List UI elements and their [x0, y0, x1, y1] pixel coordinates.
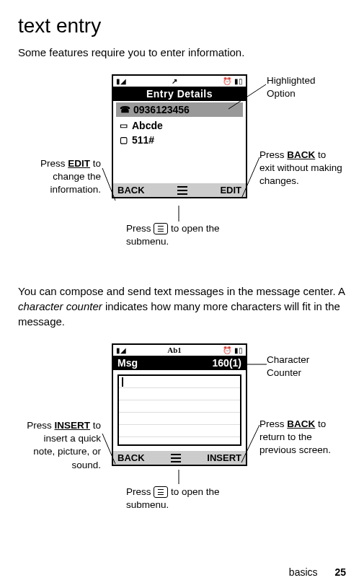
back-softkey-2[interactable]: BACK	[117, 452, 145, 463]
menu-keycap: ☰	[154, 223, 168, 234]
message-textarea[interactable]	[117, 374, 241, 446]
entry-row-name-value: Abcde	[132, 120, 163, 131]
callout-back: Press BACK to exit without making change…	[259, 149, 342, 188]
callout-highlighted-option: Highlighted Option	[267, 74, 346, 100]
signal-icon	[116, 77, 126, 85]
battery-icon	[234, 77, 243, 85]
text-cursor	[122, 377, 123, 387]
battery-icon	[234, 346, 243, 354]
insert-softkey[interactable]: INSERT	[207, 452, 241, 463]
callout-back-2: Press BACK to return to the previous scr…	[259, 418, 342, 457]
callout-menu-2: Press ☰ to open the submenu.	[126, 486, 249, 512]
card-icon: ▭	[117, 120, 129, 131]
leader-line	[177, 470, 181, 486]
entry-row-ext[interactable]: ▢ 511#	[113, 133, 246, 147]
phone-icon: ☎	[119, 105, 130, 115]
phone-screen-1: Entry Details ☎ 0936123456 ▭ Abcde ▢ 511…	[112, 74, 247, 198]
signal-icon	[116, 346, 126, 354]
menu-softkey-2[interactable]	[171, 454, 181, 462]
alarm-icon	[223, 77, 231, 85]
entry-row-ext-value: 511#	[132, 134, 154, 146]
figure-entry-details: Entry Details ☎ 0936123456 ▭ Abcde ▢ 511…	[18, 74, 346, 262]
footer-page-number: 25	[334, 566, 346, 578]
menu-keycap-2: ☰	[154, 486, 168, 498]
call-icon	[172, 77, 177, 85]
screen2-titlebar: Msg 160(1)	[113, 356, 246, 370]
alarm-icon	[223, 346, 231, 354]
softkey-bar-1: BACK EDIT	[113, 183, 246, 197]
text-mode-indicator: Ab1	[167, 346, 182, 354]
phone-screen-2: Ab1 Msg 160(1) BACK INSERT	[112, 343, 247, 466]
back-softkey[interactable]: BACK	[117, 185, 145, 196]
screen2-title: Msg	[117, 357, 138, 369]
menu-softkey[interactable]	[177, 186, 187, 195]
footer-section: basics	[289, 566, 318, 578]
callout-counter: Character Counter	[267, 354, 346, 379]
sim-icon: ▢	[117, 135, 129, 145]
callout-insert: Press INSERT to insert a quick note, pic…	[25, 419, 101, 472]
softkey-bar-2: BACK INSERT	[113, 451, 246, 465]
callout-edit: Press EDIT to change the information.	[25, 157, 101, 197]
page-footer: basics 25	[289, 566, 346, 578]
figure-msg: Ab1 Msg 160(1) BACK INSERT Character Cou…	[18, 343, 346, 553]
entry-row-name[interactable]: ▭ Abcde	[113, 118, 246, 133]
screen1-titlebar: Entry Details	[113, 87, 246, 101]
page-heading: text entry	[18, 14, 346, 38]
callout-menu: Press ☰ to open the submenu.	[126, 222, 249, 248]
status-bar	[113, 76, 246, 87]
character-counter: 160(1)	[213, 357, 241, 369]
edit-softkey[interactable]: EDIT	[220, 185, 241, 196]
leader-line	[177, 206, 181, 223]
entry-row-phone[interactable]: ☎ 0936123456	[116, 102, 243, 117]
entry-row-phone-value: 0936123456	[133, 104, 190, 115]
status-bar: Ab1	[113, 345, 246, 356]
intro-paragraph: Some features require you to enter infor…	[18, 45, 346, 60]
para-compose-text: You can compose and send text messages i…	[18, 285, 345, 328]
para-compose: You can compose and send text messages i…	[18, 284, 346, 329]
